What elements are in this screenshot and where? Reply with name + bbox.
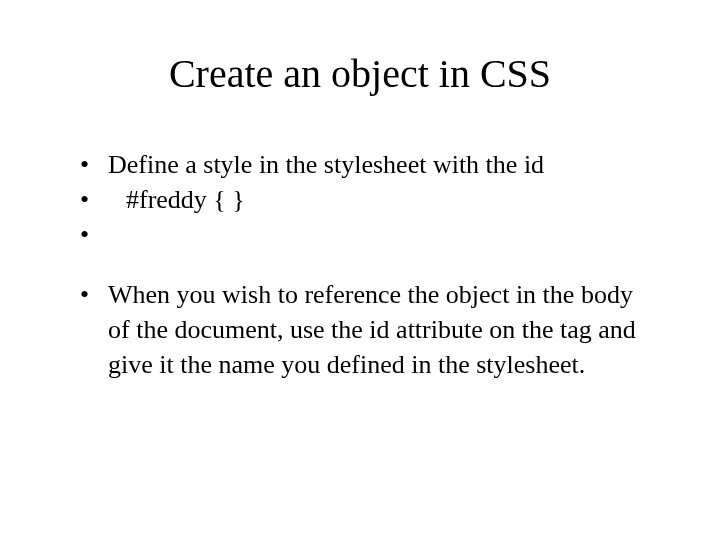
- bullet-text: When you wish to reference the object in…: [108, 280, 636, 379]
- bullet-text: #freddy { }: [108, 182, 245, 217]
- bullet-spacer: [80, 217, 660, 277]
- bullet-item-3: When you wish to reference the object in…: [80, 277, 660, 382]
- bullet-item-2: #freddy { }: [80, 182, 660, 217]
- bullet-item-1: Define a style in the stylesheet with th…: [80, 147, 660, 182]
- slide-title: Create an object in CSS: [60, 50, 660, 97]
- bullet-list: Define a style in the stylesheet with th…: [60, 147, 660, 382]
- bullet-text: Define a style in the stylesheet with th…: [108, 150, 544, 179]
